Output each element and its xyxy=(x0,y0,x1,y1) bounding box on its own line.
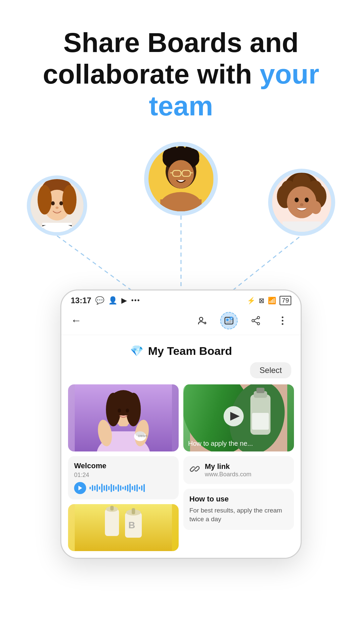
image-card[interactable]: cream xyxy=(68,384,179,451)
svg-point-43 xyxy=(300,203,304,206)
svg-point-55 xyxy=(230,317,233,320)
avatar-right xyxy=(268,169,335,236)
dots-icon: ••• xyxy=(131,297,140,304)
status-left: 13:17 💬 👤 ▶ ••• xyxy=(71,296,140,305)
svg-rect-95 xyxy=(252,413,269,430)
messenger-icon: 💬 xyxy=(95,296,104,305)
svg-point-75 xyxy=(118,409,121,413)
how-to-title: How to use xyxy=(189,495,288,503)
select-button[interactable]: Select xyxy=(250,362,291,378)
chain-link-icon xyxy=(189,464,200,474)
nav-left: ← xyxy=(71,314,81,327)
phone-section: 13:17 💬 👤 ▶ ••• ⚡ ⊠ 📶 79 ← xyxy=(0,289,362,559)
svg-point-56 xyxy=(257,316,260,319)
svg-point-23 xyxy=(38,185,52,214)
svg-point-62 xyxy=(282,320,284,321)
nav-right xyxy=(193,312,291,329)
product-card: B xyxy=(68,504,179,551)
welcome-duration: 01:24 xyxy=(74,472,173,479)
svg-point-26 xyxy=(59,201,63,205)
svg-point-44 xyxy=(310,201,321,214)
video-card[interactable]: How to apply the ne... xyxy=(183,384,294,451)
select-row: Select xyxy=(61,362,301,384)
person-right-svg xyxy=(272,173,331,232)
how-to-card: How to use For best results, apply the c… xyxy=(183,489,294,530)
avatar-left xyxy=(27,175,87,236)
svg-rect-53 xyxy=(229,320,232,321)
link-info: My link www.Boards.com xyxy=(205,462,251,478)
svg-point-27 xyxy=(56,207,59,209)
status-bar: 13:17 💬 👤 ▶ ••• ⚡ ⊠ 📶 79 xyxy=(61,290,301,308)
header-line2-prefix: collaborate with xyxy=(43,59,260,89)
share-icon xyxy=(251,316,260,325)
svg-rect-94 xyxy=(256,388,264,393)
link-url: www.Boards.com xyxy=(205,471,251,478)
link-icon xyxy=(189,464,200,477)
gallery-status-icon: ⊠ xyxy=(259,297,264,305)
svg-point-24 xyxy=(62,185,76,214)
board-title: My Team Board xyxy=(148,344,232,358)
svg-text:B: B xyxy=(128,520,135,530)
messenger2-icon: 👤 xyxy=(108,296,117,305)
add-person-icon xyxy=(197,316,207,326)
svg-point-63 xyxy=(282,323,284,325)
link-card[interactable]: My link www.Boards.com xyxy=(183,456,294,484)
board-icon xyxy=(224,316,234,326)
phone-mockup: 13:17 💬 👤 ▶ ••• ⚡ ⊠ 📶 79 ← xyxy=(60,289,302,559)
svg-point-76 xyxy=(126,409,129,413)
back-button[interactable]: ← xyxy=(71,314,81,327)
svg-rect-84 xyxy=(110,506,114,511)
svg-point-40 xyxy=(287,186,316,218)
svg-rect-82 xyxy=(105,509,119,536)
person-left-svg xyxy=(31,179,83,232)
play-icon xyxy=(78,485,82,491)
audio-waveform xyxy=(89,483,145,493)
bluetooth-status-icon: ⚡ xyxy=(247,297,255,305)
person-center-svg xyxy=(148,146,214,211)
svg-point-25 xyxy=(51,201,55,205)
svg-rect-54 xyxy=(226,322,232,323)
header-line1: Share Boards and xyxy=(63,27,299,58)
svg-rect-51 xyxy=(226,319,229,321)
header-title: Share Boards and collaborate with your t… xyxy=(20,27,342,122)
battery-status: 79 xyxy=(280,296,291,305)
welcome-title: Welcome xyxy=(74,462,173,470)
wifi-status-icon: 📶 xyxy=(268,297,276,305)
face-right xyxy=(272,173,331,232)
add-person-button[interactable] xyxy=(193,312,211,329)
content-grid: cream Welcome 01:24 xyxy=(61,384,301,558)
svg-point-42 xyxy=(305,198,309,202)
link-title: My link xyxy=(205,462,251,471)
diamond-emoji: 💎 xyxy=(130,344,143,357)
status-right: ⚡ ⊠ 📶 79 xyxy=(247,296,291,305)
more-vertical-icon xyxy=(282,316,284,325)
audio-row xyxy=(74,482,173,494)
video-label: How to apply the ne... xyxy=(188,440,289,447)
face-left xyxy=(31,179,83,232)
svg-point-47 xyxy=(199,317,203,321)
svg-line-98 xyxy=(193,467,196,471)
board-share-button[interactable] xyxy=(220,312,238,329)
svg-marker-80 xyxy=(78,486,82,490)
svg-rect-87 xyxy=(132,508,135,514)
board-title-row: 💎 My Team Board xyxy=(61,335,301,362)
header-section: Share Boards and collaborate with your t… xyxy=(0,0,362,135)
how-to-text: For best results, apply the cream twice … xyxy=(189,506,288,524)
audio-play-button[interactable] xyxy=(74,482,86,494)
welcome-card: Welcome 01:24 xyxy=(68,456,179,499)
product-svg: B xyxy=(68,504,179,551)
woman-image-svg: cream xyxy=(68,384,179,451)
svg-point-57 xyxy=(252,319,254,322)
svg-point-58 xyxy=(257,322,260,325)
svg-line-60 xyxy=(254,321,257,323)
svg-rect-18 xyxy=(160,199,201,211)
status-time: 13:17 xyxy=(71,296,91,305)
face-center xyxy=(148,146,214,211)
share-button[interactable] xyxy=(247,312,264,329)
svg-point-61 xyxy=(282,316,284,318)
svg-rect-81 xyxy=(75,504,172,551)
more-button[interactable] xyxy=(274,312,291,329)
right-column: How to apply the ne... My link www.Board… xyxy=(183,384,294,551)
nav-bar: ← xyxy=(61,308,301,335)
svg-point-41 xyxy=(295,198,299,202)
